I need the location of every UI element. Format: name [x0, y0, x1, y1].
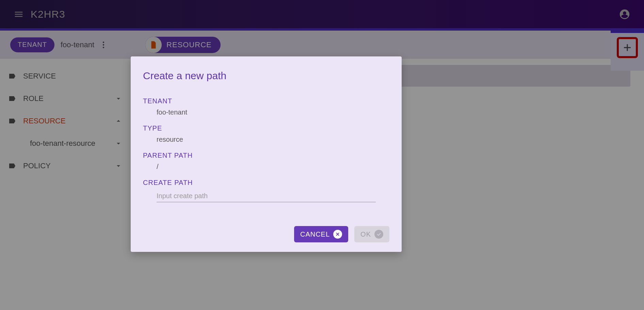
cancel-button-label: CANCEL	[300, 230, 330, 238]
dialog-actions: CANCEL OK	[143, 226, 389, 242]
dialog-label-tenant: TENANT	[143, 97, 389, 105]
dialog-value-tenant: foo-tenant	[157, 108, 389, 116]
dialog-label-type: TYPE	[143, 124, 389, 132]
cancel-button[interactable]: CANCEL	[294, 226, 348, 242]
dialog-label-parent: PARENT PATH	[143, 152, 389, 159]
create-path-dialog: Create a new path TENANT foo-tenant TYPE…	[131, 56, 402, 252]
create-path-input[interactable]	[157, 190, 376, 202]
dialog-value-parent: /	[157, 163, 389, 171]
ok-button-label: OK	[360, 230, 371, 238]
ok-button: OK	[354, 226, 389, 242]
app-root: K2HR3 TENANT foo-tenant RESOURCE	[0, 0, 644, 310]
dialog-label-create: CREATE PATH	[143, 179, 389, 187]
close-icon	[333, 230, 342, 239]
check-icon	[374, 230, 383, 239]
dialog-title: Create a new path	[143, 70, 389, 82]
dialog-value-type: resource	[157, 136, 389, 143]
